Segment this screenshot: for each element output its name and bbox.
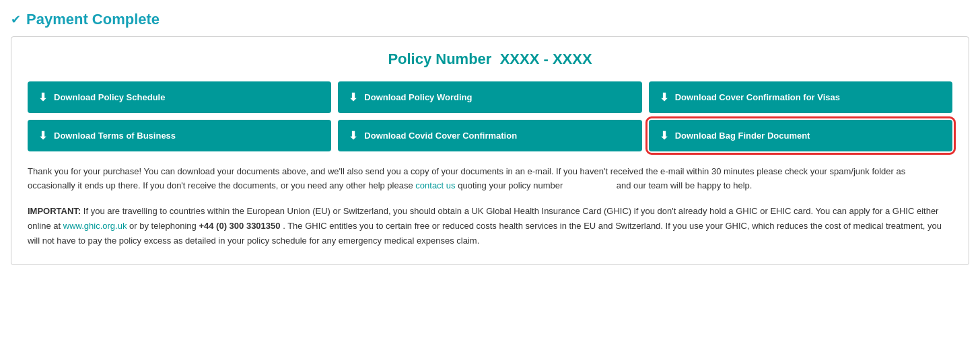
download-policy-schedule-label: Download Policy Schedule (54, 92, 165, 102)
important-body2: or by telephoning (129, 221, 197, 231)
policy-number-value: XXXX - XXXX (500, 50, 592, 67)
download-icon: ⬇ (349, 129, 357, 142)
download-buttons-grid: ⬇ Download Policy Schedule ⬇ Download Po… (28, 81, 952, 151)
download-icon: ⬇ (38, 129, 47, 142)
info-text-end: and our team will be happy to help. (617, 180, 753, 190)
download-terms-of-business-button[interactable]: ⬇ Download Terms of Business (28, 120, 331, 151)
important-paragraph: IMPORTANT: If you are travelling to coun… (28, 204, 952, 248)
policy-number-heading: Policy Number XXXX - XXXX (28, 50, 952, 68)
download-covid-cover-confirmation-label: Download Covid Cover Confirmation (364, 131, 517, 141)
download-icon: ⬇ (660, 129, 668, 142)
download-terms-of-business-label: Download Terms of Business (54, 131, 176, 141)
download-bag-finder-document-label: Download Bag Finder Document (675, 131, 810, 141)
main-card: Policy Number XXXX - XXXX ⬇ Download Pol… (11, 36, 969, 265)
download-policy-wording-button[interactable]: ⬇ Download Policy Wording (338, 81, 641, 113)
phone-number: +44 (0) 300 3301350 (199, 221, 280, 231)
policy-number-label: Policy Number (388, 50, 491, 67)
important-label: IMPORTANT: (28, 206, 81, 216)
download-policy-schedule-button[interactable]: ⬇ Download Policy Schedule (28, 81, 331, 113)
download-icon: ⬇ (349, 91, 357, 104)
download-cover-confirmation-visas-label: Download Cover Confirmation for Visas (675, 92, 840, 102)
download-icon: ⬇ (38, 91, 47, 104)
payment-header: ✔ Payment Complete (11, 11, 969, 28)
contact-us-link[interactable]: contact us (415, 180, 455, 190)
download-policy-wording-label: Download Policy Wording (364, 92, 472, 102)
download-bag-finder-document-button[interactable]: ⬇ Download Bag Finder Document (649, 120, 952, 151)
download-icon: ⬇ (660, 91, 668, 104)
page-title: Payment Complete (26, 11, 160, 28)
ghic-link[interactable]: www.ghic.org.uk (63, 221, 127, 231)
download-covid-cover-confirmation-button[interactable]: ⬇ Download Covid Cover Confirmation (338, 120, 641, 151)
info-text-after-link: quoting your policy number (458, 180, 563, 190)
info-paragraph: Thank you for your purchase! You can dow… (28, 165, 952, 193)
check-icon: ✔ (11, 12, 21, 27)
download-cover-confirmation-visas-button[interactable]: ⬇ Download Cover Confirmation for Visas (649, 81, 952, 113)
